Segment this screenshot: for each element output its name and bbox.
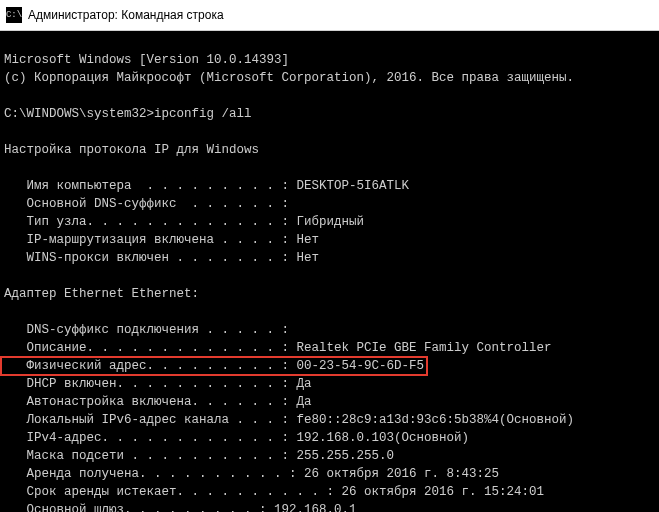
kv-line: Автонастройка включена. . . . . . : Да [4, 395, 312, 409]
kv-line: Имя компьютера . . . . . . . . . : DESKT… [4, 179, 409, 193]
line: (c) Корпорация Майкрософт (Microsoft Cor… [4, 71, 574, 85]
console-output: Microsoft Windows [Version 10.0.14393] (… [0, 31, 659, 512]
line: Microsoft Windows [Version 10.0.14393] [4, 53, 289, 67]
section-header: Настройка протокола IP для Windows [4, 143, 259, 157]
kv-line: Тип узла. . . . . . . . . . . . . : Гибр… [4, 215, 364, 229]
prompt-line: C:\WINDOWS\system32>ipconfig /all [4, 107, 252, 121]
kv-line: Локальный IPv6-адрес канала . . . : fe80… [4, 413, 574, 427]
section-header: Адаптер Ethernet Ethernet: [4, 287, 199, 301]
kv-line: IPv4-адрес. . . . . . . . . . . . : 192.… [4, 431, 469, 445]
highlighted-line: Физический адрес. . . . . . . . . : 00-2… [4, 359, 426, 373]
kv-line: IP-маршрутизация включена . . . . : Нет [4, 233, 319, 247]
kv-line: Основной DNS-суффикс . . . . . . : [4, 197, 289, 211]
kv-line: Основной шлюз. . . . . . . . . : 192.168… [4, 503, 357, 512]
window-title: Администратор: Командная строка [28, 8, 224, 22]
kv-line: DNS-суффикс подключения . . . . . : [4, 323, 289, 337]
kv-line: WINS-прокси включен . . . . . . . : Нет [4, 251, 319, 265]
titlebar[interactable]: C:\ Администратор: Командная строка [0, 0, 659, 31]
kv-line: Аренда получена. . . . . . . . . . : 26 … [4, 467, 499, 481]
highlight-box: Физический адрес. . . . . . . . . : 00-2… [0, 356, 428, 376]
kv-line: Срок аренды истекает. . . . . . . . . . … [4, 485, 544, 499]
cmd-icon: C:\ [6, 7, 22, 23]
kv-line: Маска подсети . . . . . . . . . . : 255.… [4, 449, 394, 463]
kv-line: Описание. . . . . . . . . . . . . : Real… [4, 341, 552, 355]
kv-line: DHCP включен. . . . . . . . . . . : Да [4, 377, 312, 391]
